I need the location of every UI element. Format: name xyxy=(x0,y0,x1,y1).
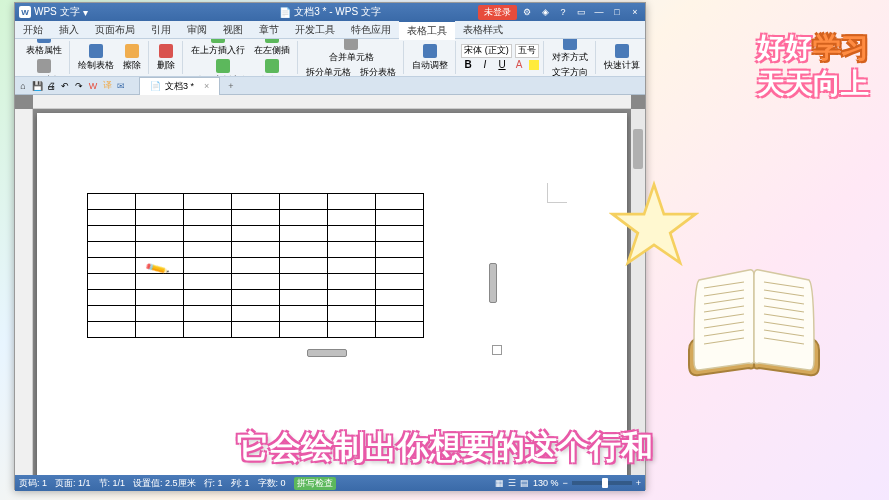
auto-fit-button[interactable]: 自动调整 xyxy=(409,43,451,73)
insert-col-left-button[interactable]: 在左侧插 xyxy=(251,39,293,58)
zoom-slider[interactable] xyxy=(572,481,632,485)
undo-icon[interactable]: ↶ xyxy=(59,80,71,92)
row-split-handle[interactable] xyxy=(489,263,497,303)
split-cells-button[interactable]: 拆分单元格 xyxy=(303,65,354,77)
align-button[interactable]: 对齐方式 xyxy=(549,39,591,65)
status-col: 列: 1 xyxy=(231,477,250,490)
highlight-button[interactable] xyxy=(529,60,539,70)
close-button[interactable]: × xyxy=(627,5,643,19)
menu-reference[interactable]: 引用 xyxy=(143,21,179,39)
status-pages[interactable]: 页面: 1/1 xyxy=(55,477,91,490)
merge-cells-button[interactable]: 合并单元格 xyxy=(326,39,377,65)
print-icon[interactable]: 🖨 xyxy=(45,80,57,92)
font-color-button[interactable]: A xyxy=(512,58,526,72)
menu-table-style[interactable]: 表格样式 xyxy=(455,21,511,39)
toolbar: ⌂ 💾 🖨 ↶ ↷ W 译 ✉ 📄 文档3 * × + xyxy=(15,77,645,95)
table-resize-handle[interactable] xyxy=(492,345,502,355)
text-frame-marker xyxy=(547,183,567,203)
menu-special[interactable]: 特色应用 xyxy=(343,21,399,39)
zoom-out-button[interactable]: − xyxy=(562,478,567,488)
menu-layout[interactable]: 页面布局 xyxy=(87,21,143,39)
status-page[interactable]: 页码: 1 xyxy=(19,477,47,490)
settings-icon[interactable]: ⚙ xyxy=(519,5,535,19)
split-table-button[interactable]: 拆分表格 xyxy=(357,65,399,77)
wps-app-icon[interactable]: W xyxy=(87,80,99,92)
vertical-ruler[interactable] xyxy=(15,109,33,475)
menu-review[interactable]: 审阅 xyxy=(179,21,215,39)
italic-button[interactable]: I xyxy=(478,58,492,72)
insert-col-right-button[interactable]: 在右侧 xyxy=(256,58,289,78)
app-label: WPS 文字 xyxy=(34,5,80,19)
vertical-scrollbar[interactable] xyxy=(631,109,645,475)
doc-title: 文档3 * - WPS 文字 xyxy=(294,5,381,19)
table-props-button[interactable]: 表格属性 xyxy=(23,39,65,58)
font-size-select[interactable]: 五号 xyxy=(515,44,539,58)
ribbon: 表格属性 显示虚框 绘制表格 擦除 删除 在上方插入行 在左侧插 在下方插入行 … xyxy=(15,39,645,77)
minimize-button[interactable]: — xyxy=(591,5,607,19)
insert-row-below-button[interactable]: 在下方插入行 xyxy=(193,58,253,78)
app-dropdown-icon[interactable]: ▾ xyxy=(83,7,88,18)
wps-logo-icon: W xyxy=(19,6,31,18)
text-dir-button[interactable]: 文字方向 xyxy=(549,65,591,77)
video-subtitle: 它会绘制出你想要的这个行和 xyxy=(237,426,653,470)
bold-button[interactable]: B xyxy=(461,58,475,72)
menu-dev[interactable]: 开发工具 xyxy=(287,21,343,39)
save-icon[interactable]: 💾 xyxy=(31,80,43,92)
titlebar: W WPS 文字 ▾ 📄 文档3 * - WPS 文字 未登录 ⚙ ◈ ? ▭ … xyxy=(15,3,645,21)
menu-view[interactable]: 视图 xyxy=(215,21,251,39)
menubar: 开始 插入 页面布局 引用 审阅 视图 章节 开发工具 特色应用 表格工具 表格… xyxy=(15,21,645,39)
view-mode-icon[interactable]: ▦ xyxy=(495,478,504,488)
login-badge[interactable]: 未登录 xyxy=(478,5,517,20)
translate-icon[interactable]: 译 xyxy=(101,80,113,92)
maximize-button[interactable]: □ xyxy=(609,5,625,19)
redo-icon[interactable]: ↷ xyxy=(73,80,85,92)
menu-section[interactable]: 章节 xyxy=(251,21,287,39)
status-chars[interactable]: 字数: 0 xyxy=(258,477,286,490)
page-viewport[interactable] xyxy=(33,109,631,475)
font-name-select[interactable]: 宋体 (正文) xyxy=(461,44,512,58)
view-outline-icon[interactable]: ☰ xyxy=(508,478,516,488)
status-line: 行: 1 xyxy=(204,477,223,490)
home-icon[interactable]: ⌂ xyxy=(17,80,29,92)
doc-tab-label: 文档3 * xyxy=(165,80,194,93)
document-page[interactable] xyxy=(37,113,627,475)
eraser-button[interactable]: 擦除 xyxy=(120,43,144,73)
help-icon[interactable]: ? xyxy=(555,5,571,19)
star-decoration xyxy=(609,180,699,270)
statusbar: 页码: 1 页面: 1/1 节: 1/1 设置值: 2.5厘米 行: 1 列: … xyxy=(15,475,645,491)
delete-button[interactable]: 删除 xyxy=(154,43,178,73)
quick-calc-button[interactable]: 快速计算 xyxy=(601,43,643,73)
book-decoration xyxy=(679,260,829,380)
skin-icon[interactable]: ◈ xyxy=(537,5,553,19)
document-tab[interactable]: 📄 文档3 * × xyxy=(139,77,220,95)
zoom-level[interactable]: 130 % xyxy=(533,478,559,488)
doc-icon: 📄 xyxy=(279,7,291,18)
scroll-thumb[interactable] xyxy=(633,129,643,169)
status-spell[interactable]: 拼写检查 xyxy=(294,477,336,490)
document-area: ✏️ xyxy=(15,95,645,475)
menu-start[interactable]: 开始 xyxy=(15,21,51,39)
view-web-icon[interactable]: ▤ xyxy=(520,478,529,488)
wps-window: W WPS 文字 ▾ 📄 文档3 * - WPS 文字 未登录 ⚙ ◈ ? ▭ … xyxy=(14,2,646,490)
ribbon-toggle-icon[interactable]: ▭ xyxy=(573,5,589,19)
col-split-handle[interactable] xyxy=(307,349,347,357)
underline-button[interactable]: U xyxy=(495,58,509,72)
insert-row-above-button[interactable]: 在上方插入行 xyxy=(188,39,248,58)
doc-tab-close-icon[interactable]: × xyxy=(204,81,209,91)
horizontal-ruler[interactable] xyxy=(33,95,631,109)
share-icon[interactable]: ✉ xyxy=(115,80,127,92)
doc-tab-icon: 📄 xyxy=(150,81,161,91)
menu-insert[interactable]: 插入 xyxy=(51,21,87,39)
decorative-slogan: 好好学习 天天向上 xyxy=(757,30,869,103)
status-section: 节: 1/1 xyxy=(99,477,126,490)
document-table[interactable] xyxy=(87,193,424,338)
show-grid-button[interactable]: 显示虚框 xyxy=(23,58,65,78)
add-tab-button[interactable]: + xyxy=(222,81,239,91)
zoom-in-button[interactable]: + xyxy=(636,478,641,488)
menu-table-tools[interactable]: 表格工具 xyxy=(399,20,455,40)
status-position: 设置值: 2.5厘米 xyxy=(133,477,196,490)
draw-table-button[interactable]: 绘制表格 xyxy=(75,43,117,73)
